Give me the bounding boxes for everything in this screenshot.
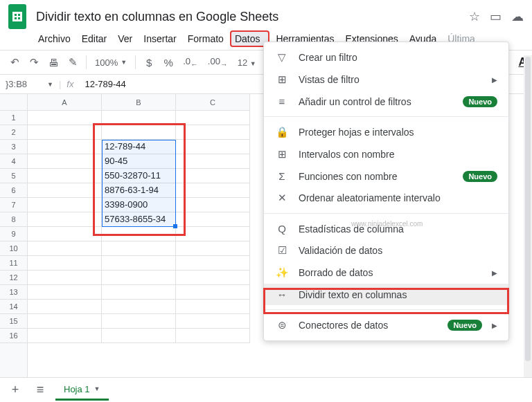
menu-item-vistas-de-filtro[interactable]: ⊞Vistas de filtro▶ — [264, 68, 508, 91]
cell[interactable] — [176, 198, 250, 212]
select-all-corner[interactable] — [0, 94, 28, 111]
menu-editar[interactable]: Editar — [77, 30, 112, 47]
cell[interactable] — [102, 329, 176, 343]
undo-icon[interactable]: ↶ — [6, 53, 24, 71]
cell[interactable] — [176, 140, 250, 154]
cell[interactable] — [102, 241, 176, 256]
cell[interactable] — [28, 285, 102, 300]
row-header[interactable]: 12 — [0, 271, 27, 285]
row-header[interactable]: 6 — [0, 183, 27, 198]
vertical-scrollbar[interactable] — [524, 55, 532, 381]
decrease-decimal-icon[interactable]: .0← — [179, 56, 202, 68]
cell[interactable] — [28, 154, 102, 169]
cell[interactable] — [176, 285, 250, 300]
menu-item-funciones-con-nombre[interactable]: ΣFunciones con nombreNuevo — [264, 165, 508, 187]
row-header[interactable]: 8 — [0, 212, 27, 227]
cell[interactable] — [28, 198, 102, 212]
cell[interactable] — [102, 271, 176, 285]
row-header[interactable]: 9 — [0, 227, 27, 241]
cell-reference[interactable]: }3:B8 — [6, 79, 47, 89]
row-header[interactable]: 1 — [0, 111, 27, 125]
sheet-tab[interactable]: Hoja 1▼ — [55, 380, 109, 401]
cell[interactable] — [176, 271, 250, 285]
cell[interactable] — [176, 154, 250, 169]
menu-item-borrado-de-datos[interactable]: ✨Borrado de datos▶ — [264, 262, 508, 284]
cell[interactable]: 12-789-44 — [102, 140, 176, 154]
cell[interactable]: 3398-0900 — [102, 198, 176, 212]
menu-formato[interactable]: Formato — [183, 30, 229, 47]
row-header[interactable]: 2 — [0, 125, 27, 140]
menu-item-crear-un-filtro[interactable]: ▽Crear un filtro — [264, 46, 508, 68]
print-icon[interactable]: 🖶 — [44, 53, 62, 71]
cell[interactable] — [176, 256, 250, 271]
more-formats-dropdown[interactable]: 12 ▼ — [233, 57, 260, 68]
cell[interactable] — [176, 212, 250, 227]
currency-icon[interactable]: $ — [140, 53, 158, 71]
cell[interactable] — [28, 300, 102, 314]
menu-insertar[interactable]: Insertar — [139, 30, 181, 47]
cell[interactable] — [28, 212, 102, 227]
cell[interactable] — [28, 256, 102, 271]
cell[interactable] — [28, 125, 102, 140]
row-header[interactable]: 10 — [0, 241, 27, 256]
row-header[interactable]: 3 — [0, 140, 27, 154]
cloud-icon[interactable]: ☁ — [511, 9, 524, 24]
add-sheet-icon[interactable]: + — [6, 381, 25, 400]
row-header[interactable]: 4 — [0, 154, 27, 169]
cell[interactable] — [102, 227, 176, 241]
cell[interactable] — [176, 169, 250, 183]
scrollbar-thumb[interactable] — [525, 57, 531, 361]
cell[interactable] — [102, 300, 176, 314]
cell[interactable] — [176, 111, 250, 125]
menu-item-proteger-hojas-e-intervalos[interactable]: 🔒Proteger hojas e intervalos — [264, 121, 508, 143]
row-header[interactable]: 11 — [0, 256, 27, 271]
cell[interactable] — [28, 111, 102, 125]
cell[interactable] — [176, 227, 250, 241]
cell[interactable] — [28, 227, 102, 241]
increase-decimal-icon[interactable]: .00→ — [204, 56, 232, 68]
zoom-dropdown[interactable]: 100%▼ — [91, 57, 131, 68]
menu-archivo[interactable]: Archivo — [33, 30, 76, 47]
menu-item-ordenar-aleatoriamente-intervalo[interactable]: ✕Ordenar aleatoriamente intervalo — [264, 187, 508, 209]
formula-content[interactable]: 12-789-44 — [85, 79, 125, 89]
row-header[interactable]: 15 — [0, 314, 27, 329]
cell[interactable] — [102, 285, 176, 300]
redo-icon[interactable]: ↷ — [25, 53, 43, 71]
sheets-logo[interactable] — [8, 4, 26, 29]
cell[interactable] — [102, 125, 176, 140]
cell[interactable] — [28, 329, 102, 343]
col-header-b[interactable]: B — [102, 94, 176, 110]
cell[interactable]: 90-45 — [102, 154, 176, 169]
all-sheets-icon[interactable]: ≡ — [30, 381, 50, 400]
cell[interactable] — [176, 300, 250, 314]
percent-icon[interactable]: % — [159, 53, 177, 71]
chevron-down-icon[interactable]: ▼ — [47, 81, 53, 88]
cell[interactable] — [102, 314, 176, 329]
cell[interactable] — [28, 241, 102, 256]
menu-item-validación-de-datos[interactable]: ☑Validación de datos — [264, 239, 508, 262]
cell[interactable] — [28, 314, 102, 329]
cell[interactable] — [176, 183, 250, 198]
col-header-a[interactable]: A — [28, 94, 102, 110]
cell[interactable] — [176, 329, 250, 343]
document-title[interactable]: Dividir texto en columnas en Google Shee… — [33, 8, 462, 26]
cell[interactable] — [28, 183, 102, 198]
cell[interactable]: 57633-8655-34 — [102, 212, 176, 227]
paint-format-icon[interactable]: ✎ — [64, 53, 82, 71]
row-header[interactable]: 13 — [0, 285, 27, 300]
row-header[interactable]: 7 — [0, 198, 27, 212]
menu-ver[interactable]: Ver — [113, 30, 137, 47]
row-header[interactable]: 16 — [0, 329, 27, 343]
cell[interactable] — [176, 241, 250, 256]
menu-item-añadir-un-control-de-filtros[interactable]: ≡Añadir un control de filtrosNuevo — [264, 91, 508, 112]
move-icon[interactable]: ▭ — [490, 9, 502, 24]
cell[interactable] — [28, 271, 102, 285]
cell[interactable] — [176, 125, 250, 140]
cell[interactable] — [176, 314, 250, 329]
cell[interactable] — [28, 140, 102, 154]
cell[interactable] — [102, 256, 176, 271]
menu-item-intervalos-con-nombre[interactable]: ⊞Intervalos con nombre — [264, 143, 508, 165]
col-header-c[interactable]: C — [176, 94, 250, 110]
cell[interactable] — [28, 169, 102, 183]
menu-item-conectores-de-datos[interactable]: ⊜Conectores de datosNuevo▶ — [264, 314, 508, 336]
